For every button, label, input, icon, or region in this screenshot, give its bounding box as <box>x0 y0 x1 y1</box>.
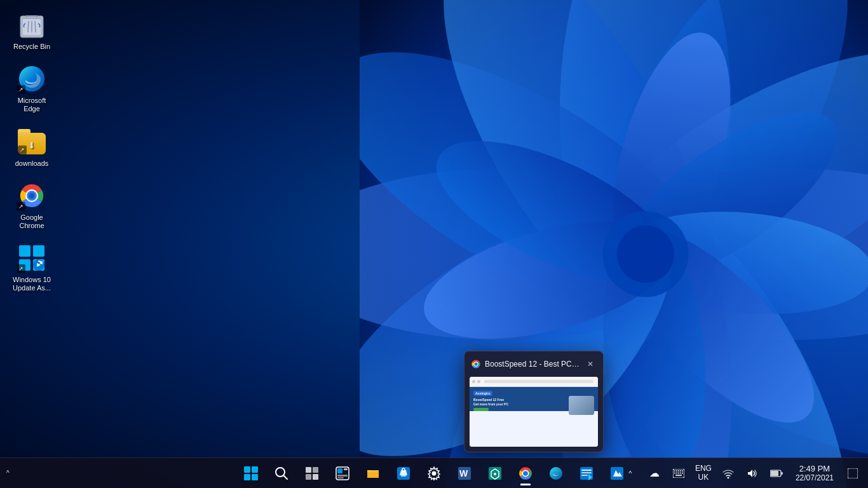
wifi-icon[interactable] <box>718 459 738 487</box>
notification-button[interactable] <box>843 459 863 487</box>
svg-rect-86 <box>848 468 858 478</box>
google-chrome-icon[interactable]: ↗ Google Chrome <box>6 177 57 233</box>
svg-rect-85 <box>771 471 778 476</box>
downloads-label: downloads <box>15 159 49 168</box>
folder-image: ⬇ ↗ <box>17 126 47 157</box>
svg-rect-71 <box>674 470 675 471</box>
mini-nav-bar <box>470 377 598 387</box>
mini-website-preview: Auslogics BoostSpeed 12 FreeGet more fro… <box>470 377 598 447</box>
mini-laptop-image <box>569 396 594 415</box>
svg-point-82 <box>727 477 729 478</box>
windows-update-image: ↗ <box>17 243 47 273</box>
svg-rect-40 <box>252 474 258 480</box>
svg-point-56 <box>432 471 437 475</box>
svg-rect-46 <box>313 474 318 480</box>
taskbar-left: ^ <box>5 470 11 477</box>
svg-rect-72 <box>676 470 677 471</box>
recycle-bin-image <box>17 10 47 40</box>
preview-header: BoostSpeed 12 - Best PC Opti... ✕ <box>470 356 598 372</box>
settings-button[interactable] <box>420 459 448 487</box>
microsoft-store-button[interactable] <box>390 459 417 487</box>
file-explorer-button[interactable] <box>359 459 387 487</box>
preview-close-button[interactable]: ✕ <box>584 358 597 370</box>
downloads-folder-icon[interactable]: ⬇ ↗ downloads <box>6 123 57 171</box>
clock-area[interactable]: 2:49 PM 22/07/2021 <box>790 464 839 482</box>
svg-rect-39 <box>244 474 250 480</box>
desktop-wallpaper <box>360 0 868 488</box>
svg-line-42 <box>283 475 287 479</box>
svg-rect-66 <box>581 472 592 473</box>
svg-point-36 <box>474 362 477 365</box>
svg-rect-54 <box>401 475 406 477</box>
svg-rect-38 <box>252 466 258 473</box>
svg-rect-80 <box>682 472 683 473</box>
edge-taskbar-button[interactable] <box>542 459 570 487</box>
language-text: ENG <box>695 464 712 473</box>
clock-time: 2:49 PM <box>799 464 830 473</box>
azure-button[interactable] <box>603 459 631 487</box>
edge-image: ↗ <box>17 64 47 94</box>
svg-rect-43 <box>306 467 311 473</box>
chrome-preview-popup: BoostSpeed 12 - Best PC Opti... ✕ Auslog… <box>464 351 604 452</box>
windows-update-label: Windows 10 Update As... <box>10 276 54 292</box>
svg-rect-81 <box>675 475 682 476</box>
svg-rect-67 <box>581 475 588 476</box>
cloud-tray-icon[interactable]: ☁ <box>644 459 665 487</box>
search-button[interactable] <box>268 459 295 487</box>
start-button[interactable] <box>237 459 265 487</box>
mini-logo-text: Auslogics <box>473 391 492 396</box>
news-button[interactable] <box>573 459 600 487</box>
taskbar-center-icons: W <box>237 459 631 487</box>
svg-rect-31 <box>33 245 44 257</box>
desktop: Recycle Bin <box>0 0 868 488</box>
keyboard-tray-icon[interactable] <box>668 459 689 487</box>
teams-button[interactable] <box>481 459 509 487</box>
chrome-taskbar-button[interactable] <box>512 459 539 487</box>
language-region-button[interactable]: ENG UK <box>693 464 714 481</box>
word-button[interactable]: W <box>451 459 478 487</box>
svg-rect-76 <box>674 472 675 473</box>
svg-rect-44 <box>313 467 318 473</box>
svg-rect-77 <box>676 472 677 473</box>
task-view-button[interactable] <box>298 459 326 487</box>
svg-rect-74 <box>680 470 681 471</box>
svg-rect-30 <box>19 245 31 257</box>
recycle-bin-icon[interactable]: Recycle Bin <box>6 6 57 54</box>
preview-title-text: BoostSpeed 12 - Best PC Opti... <box>485 360 580 369</box>
chrome-image: ↗ <box>17 180 47 211</box>
region-text: UK <box>698 473 709 482</box>
svg-point-60 <box>494 473 496 475</box>
system-tray-chevron[interactable]: ^ <box>5 470 11 477</box>
recycle-bin-label: Recycle Bin <box>13 43 50 51</box>
svg-rect-48 <box>337 468 342 473</box>
mini-hero-text: BoostSpeed 12 FreeGet more from your PC <box>473 398 508 406</box>
svg-point-62 <box>523 471 528 476</box>
volume-icon[interactable] <box>742 459 763 487</box>
mini-download-btn <box>473 408 489 411</box>
taskbar: ^ <box>0 458 868 488</box>
svg-rect-37 <box>244 466 250 473</box>
svg-rect-52 <box>367 471 379 478</box>
shortcut-arrow2: ↗ <box>18 146 27 154</box>
svg-rect-75 <box>682 470 683 471</box>
svg-rect-50 <box>337 475 348 477</box>
edge-label: Microsoft Edge <box>10 97 54 113</box>
svg-rect-51 <box>337 477 344 478</box>
svg-rect-49 <box>344 468 348 470</box>
windows-update-icon[interactable]: ↗ Windows 10 Update As... <box>6 240 57 295</box>
mini-nav-back <box>472 380 475 383</box>
chrome-label: Google Chrome <box>10 214 54 230</box>
svg-rect-78 <box>678 472 679 473</box>
mini-page-content: Auslogics BoostSpeed 12 FreeGet more fro… <box>470 387 598 447</box>
battery-icon[interactable] <box>766 459 787 487</box>
svg-rect-45 <box>306 474 311 480</box>
microsoft-edge-icon[interactable]: ↗ Microsoft Edge <box>6 60 57 116</box>
svg-rect-84 <box>781 472 783 475</box>
widgets-button[interactable] <box>329 459 356 487</box>
svg-rect-73 <box>678 470 679 471</box>
svg-point-22 <box>617 226 674 283</box>
preview-thumbnail[interactable]: Auslogics BoostSpeed 12 FreeGet more fro… <box>470 377 598 447</box>
preview-favicon-icon <box>471 359 481 369</box>
chrome-shortcut-arrow: ↗ <box>17 202 25 211</box>
svg-rect-65 <box>581 470 592 471</box>
